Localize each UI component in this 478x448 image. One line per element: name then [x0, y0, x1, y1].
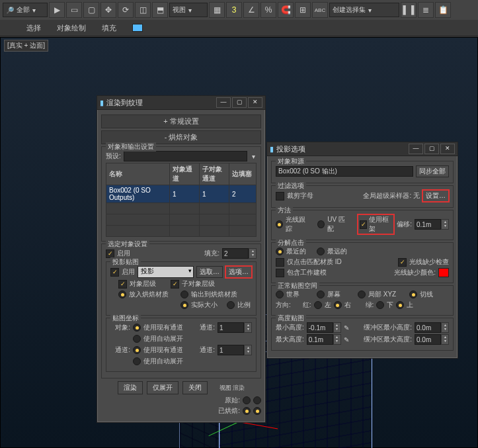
orig-radio[interactable]: [243, 396, 251, 404]
ribbon-subbar: 选择 对象绘制 填充: [0, 20, 478, 36]
select-rect-icon[interactable]: ▭: [66, 2, 82, 18]
maximize-icon[interactable]: ▢: [232, 97, 247, 108]
baked-radio[interactable]: [243, 407, 251, 415]
obj-output-group: 对象和输出设置 预设: ▾ 名称 对象通道 子对象通道 边填塞 Box002 (…: [101, 146, 261, 242]
po-title: 投影选项: [276, 144, 305, 154]
align-icon[interactable]: ≣: [418, 2, 434, 18]
real-size-radio[interactable]: [180, 301, 188, 309]
sync-all-button[interactable]: 同步全部: [416, 165, 449, 177]
close-icon[interactable]: ✕: [248, 97, 262, 108]
angle-snap-icon[interactable]: ∠: [243, 2, 259, 18]
main-toolbar: 🔎全部▾ ▶ ▭ ▢ ✥ ⟳ ◫ ⬒ 视图▾ ▦ 3 ∠ % 🧲 ⊞ ABC 创…: [0, 0, 478, 21]
projection-combo[interactable]: 投影: [138, 266, 194, 278]
rotate-icon[interactable]: ⟳: [118, 2, 134, 18]
obj-use-existing-radio[interactable]: [133, 324, 141, 332]
options-button[interactable]: 选项…: [225, 266, 252, 278]
eyedropper-icon[interactable]: ✎: [344, 336, 349, 343]
sub-level-check[interactable]: ✓: [171, 280, 179, 289]
rollup-general[interactable]: + 常规设置: [101, 114, 261, 128]
out-mat-radio[interactable]: [180, 291, 188, 298]
mirror-icon[interactable]: ▌▐: [401, 2, 417, 18]
buf-max-spinner[interactable]: ▴▾: [415, 334, 449, 345]
max-height-spinner[interactable]: ▴▾: [307, 334, 341, 345]
render-button[interactable]: 渲染: [118, 381, 143, 394]
obj-level-check[interactable]: ✓: [118, 280, 127, 289]
filter-dropdown[interactable]: 🔎全部▾: [3, 3, 48, 17]
viewport-label: [真实 + 边面]: [4, 40, 48, 52]
app-icon: ▮: [270, 145, 274, 154]
proj-enable-check[interactable]: ✓: [110, 268, 119, 277]
height-group: 高度贴图 最小高度: ▴▾ ✎ 缓冲区最小高度: ▴▾ 最大高度: ▴▾ ✎ 缓…: [271, 318, 454, 351]
eyedropper-icon[interactable]: ✎: [344, 324, 349, 332]
ribbon-object-paint[interactable]: 对象绘制: [57, 23, 86, 33]
pivot-icon[interactable]: ▦: [209, 2, 225, 18]
ray-miss-check[interactable]: ✓: [398, 258, 407, 267]
source-group: 对象和源 Box002 (0 SO 输出) 同步全部: [271, 161, 454, 183]
method-group: 方法 光线跟踪 UV 匹配 ✓使用框架 偏移: ▴▾: [271, 210, 454, 240]
enable-check[interactable]: ✓: [106, 249, 114, 258]
ribbon-select[interactable]: 选择: [26, 23, 41, 33]
put-mat-radio[interactable]: [118, 291, 126, 298]
select-lasso-icon[interactable]: ▢: [83, 2, 99, 18]
sub-channel-spinner[interactable]: ▴▾: [218, 345, 252, 355]
table-row[interactable]: Box002 (0 SO Outputs)112: [106, 185, 257, 203]
normal-space-group: 正常贴图空间 世界 屏幕 局部 XYZ 切线 方向: 红: 左 右 绿: 下 上: [271, 285, 454, 316]
sub-use-existing-radio[interactable]: [133, 346, 141, 354]
layers-icon[interactable]: 📋: [435, 2, 451, 18]
minimize-icon[interactable]: —: [216, 97, 231, 108]
minimize-icon[interactable]: —: [409, 144, 423, 154]
abc-icon[interactable]: ABC: [312, 2, 328, 18]
maximize-icon[interactable]: ▢: [424, 144, 439, 154]
obj-use-auto-radio[interactable]: [133, 335, 141, 343]
projection-options-dialog: ▮ 投影选项 — ▢ ✕ 对象和源 Box002 (0 SO 输出) 同步全部 …: [266, 142, 458, 359]
app-icon: ▮: [100, 99, 104, 107]
farthest-radio[interactable]: [317, 247, 325, 255]
nearest-radio[interactable]: [276, 247, 284, 255]
ribbon-swatch[interactable]: [132, 24, 143, 32]
po-titlebar[interactable]: ▮ 投影选项 — ▢ ✕: [267, 142, 458, 156]
offset-spinner[interactable]: ▴▾: [415, 219, 449, 230]
crop-alpha-check[interactable]: [276, 192, 284, 201]
move-icon[interactable]: ✥: [100, 2, 116, 18]
editor-icon[interactable]: ⊞: [295, 2, 311, 18]
unwrap-only-button[interactable]: 仅展开: [147, 381, 179, 394]
selected-object-group: 选定对象设置 ✓ 启用 填充: ▴▾ 投影贴图 ✓ 启用 投影 选取… 选项… …: [101, 244, 261, 379]
rtt-titlebar[interactable]: ▮ 渲染到纹理 — ▢ ✕: [97, 96, 265, 110]
map-coords-group: 贴图坐标 对象: 使用现有通道 通道: ▴▾ 使用自动展开 通道: 使用现有通道…: [106, 318, 257, 372]
rtt-title: 渲染到纹理: [106, 98, 143, 108]
spinner-snap-icon[interactable]: 🧲: [278, 2, 294, 18]
selection-set-dropdown[interactable]: 创建选择集▾: [329, 3, 399, 17]
place-icon[interactable]: ⬒: [152, 2, 168, 18]
source-entry[interactable]: Box002 (0 SO 输出): [276, 166, 413, 177]
percent-snap-icon[interactable]: %: [260, 2, 276, 18]
coord-dropdown[interactable]: 视图▾: [169, 3, 208, 17]
close-icon[interactable]: ✕: [440, 144, 455, 154]
scale-icon[interactable]: ◫: [135, 2, 151, 18]
pick-button[interactable]: 选取…: [196, 266, 223, 278]
obj-channel-spinner[interactable]: ▴▾: [218, 322, 252, 333]
filter-group: 过滤选项 裁剪字母 全局超级采样器: 无 设置…: [271, 185, 454, 208]
buf-min-spinner[interactable]: ▴▾: [415, 322, 449, 333]
only-matid-check[interactable]: [276, 258, 284, 267]
min-height-spinner[interactable]: ▴▾: [307, 322, 341, 333]
projection-group: 投影贴图 ✓ 启用 投影 选取… 选项… ✓对象层级 ✓子对象层级 放入烘焙材质…: [106, 261, 257, 316]
preset-combo[interactable]: [124, 151, 247, 161]
hit-group: 分解点击 最近的 最远的 仅点击匹配材质 ID ✓光线缺少检查 包含工作建模 光…: [271, 242, 454, 283]
ratio-radio[interactable]: [227, 301, 235, 309]
setup-button[interactable]: 设置…: [422, 190, 449, 202]
raytrace-radio[interactable]: [276, 220, 283, 228]
padding-spinner[interactable]: ▴▾: [222, 248, 257, 259]
select-icon[interactable]: ▶: [49, 2, 65, 18]
use-cage-check[interactable]: ✓: [360, 220, 368, 229]
snap-icon[interactable]: 3: [226, 2, 242, 18]
miss-color-swatch[interactable]: [438, 268, 449, 277]
preset-label: 预设:: [106, 152, 121, 161]
include-working-check[interactable]: [276, 269, 284, 277]
ribbon-populate[interactable]: 填充: [102, 23, 116, 33]
close-button[interactable]: 关闭: [182, 381, 208, 394]
sub-use-auto-radio[interactable]: [133, 357, 141, 365]
rtt-dialog: ▮ 渲染到纹理 — ▢ ✕ + 常规设置 - 烘焙对象 对象和输出设置 预设: …: [97, 95, 266, 423]
objects-table[interactable]: 名称 对象通道 子对象通道 边填塞 Box002 (0 SO Outputs)1…: [106, 163, 257, 237]
uv-match-radio[interactable]: [317, 220, 325, 228]
